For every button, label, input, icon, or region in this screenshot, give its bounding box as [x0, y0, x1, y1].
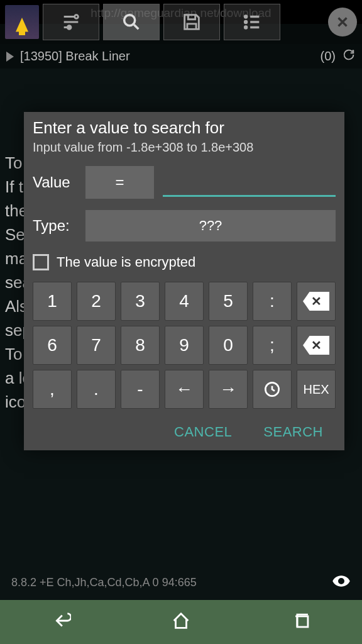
key-8[interactable]: 8	[121, 326, 160, 365]
key-history[interactable]	[253, 370, 292, 409]
clear-icon: ✕	[303, 336, 329, 355]
svg-point-0	[75, 15, 79, 19]
svg-point-2	[124, 15, 135, 26]
android-navbar	[0, 600, 362, 644]
dialog-title: Enter a value to search for	[33, 112, 336, 138]
key-6[interactable]: 6	[33, 326, 72, 365]
home-button[interactable]	[170, 610, 192, 634]
key-9[interactable]: 9	[165, 326, 204, 365]
close-button[interactable]	[328, 8, 357, 36]
dialog-subtitle: Input value from -1.8e+308 to 1.8e+308	[33, 140, 336, 155]
result-count: (0)	[321, 49, 336, 64]
play-icon	[6, 52, 14, 62]
back-button[interactable]	[50, 610, 71, 634]
key-4[interactable]: 4	[165, 282, 204, 321]
svg-point-5	[245, 26, 247, 28]
visibility-icon[interactable]	[332, 572, 351, 594]
process-label: [13950] Break Liner	[20, 49, 130, 64]
key-left[interactable]: ←	[165, 370, 204, 409]
key-right[interactable]: →	[209, 370, 248, 409]
list-button[interactable]	[224, 4, 280, 40]
key-semicolon[interactable]: ;	[253, 326, 292, 365]
key-clear[interactable]: ✕	[297, 326, 336, 365]
keypad: 1 2 3 4 5 : ✕ 6 7 8 9 0 ; ✕ , . - ← → HE…	[33, 282, 336, 409]
key-0[interactable]: 0	[209, 326, 248, 365]
save-button[interactable]	[163, 4, 220, 40]
svg-rect-7	[297, 616, 308, 627]
key-colon[interactable]: :	[253, 282, 292, 321]
status-text: 8.8.2 +E Ch,Jh,Ca,Cd,Cb,A 0 94:665	[11, 576, 197, 589]
key-1[interactable]: 1	[33, 282, 72, 321]
key-backspace[interactable]: ✕	[297, 282, 336, 321]
search-tab-button[interactable]	[103, 4, 160, 40]
encrypted-label: The value is encrypted	[57, 254, 195, 270]
top-toolbar	[0, 0, 362, 44]
key-3[interactable]: 3	[121, 282, 160, 321]
key-hex[interactable]: HEX	[297, 370, 336, 409]
type-button[interactable]: ???	[85, 210, 336, 242]
backspace-icon: ✕	[303, 292, 329, 311]
refresh-icon[interactable]	[342, 48, 356, 65]
value-input[interactable]	[163, 168, 336, 197]
process-row[interactable]: [13950] Break Liner (0)	[0, 44, 362, 69]
key-dot[interactable]: .	[77, 370, 116, 409]
sliders-button[interactable]	[43, 4, 99, 40]
search-button[interactable]: SEARCH	[263, 424, 323, 440]
app-icon[interactable]	[5, 5, 39, 39]
comparison-button[interactable]: =	[85, 166, 154, 199]
recent-button[interactable]	[291, 610, 312, 634]
key-5[interactable]: 5	[209, 282, 248, 321]
svg-point-4	[245, 21, 247, 23]
status-footer: 8.8.2 +E Ch,Jh,Ca,Cd,Cb,A 0 94:665	[11, 572, 351, 594]
type-label: Type:	[33, 217, 77, 235]
key-7[interactable]: 7	[77, 326, 116, 365]
key-comma[interactable]: ,	[33, 370, 72, 409]
key-2[interactable]: 2	[77, 282, 116, 321]
key-minus[interactable]: -	[121, 370, 160, 409]
encrypted-checkbox[interactable]	[33, 254, 49, 270]
value-label: Value	[33, 174, 77, 191]
search-dialog: Enter a value to search for Input value …	[24, 112, 344, 450]
svg-point-3	[245, 16, 247, 18]
cancel-button[interactable]: CANCEL	[174, 424, 232, 440]
